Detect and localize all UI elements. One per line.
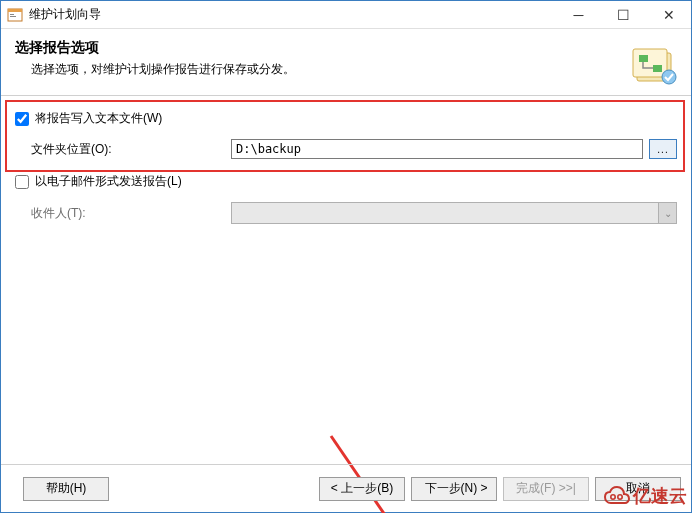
help-button[interactable]: 帮助(H): [23, 477, 109, 501]
finish-button: 完成(F) >>|: [503, 477, 589, 501]
titlebar: 维护计划向导 ─ ☐ ✕: [1, 1, 691, 29]
maximize-button[interactable]: ☐: [601, 1, 646, 29]
svg-rect-1: [8, 9, 22, 12]
window-controls: ─ ☐ ✕: [556, 1, 691, 29]
email-section: 以电子邮件形式发送报告(L) 收件人(T): ⌄: [1, 165, 691, 230]
svg-rect-7: [653, 65, 662, 72]
content-area: 将报告写入文本文件(W) 文件夹位置(O): ... 以电子邮件形式发送报告(L…: [1, 96, 691, 230]
recipient-label: 收件人(T):: [31, 205, 231, 222]
wizard-footer: 帮助(H) < 上一步(B) 下一步(N) > 完成(F) >>| 取消: [1, 464, 691, 512]
svg-point-8: [662, 70, 676, 84]
recipient-dropdown-button: ⌄: [659, 202, 677, 224]
wizard-window: 维护计划向导 ─ ☐ ✕ 选择报告选项 选择选项，对维护计划操作报告进行保存或分…: [0, 0, 692, 513]
svg-rect-6: [639, 55, 648, 62]
wizard-header: 选择报告选项 选择选项，对维护计划操作报告进行保存或分发。: [1, 29, 691, 96]
window-title: 维护计划向导: [29, 6, 556, 23]
back-button[interactable]: < 上一步(B): [319, 477, 405, 501]
svg-rect-5: [633, 49, 667, 77]
page-title: 选择报告选项: [15, 39, 629, 57]
email-report-label: 以电子邮件形式发送报告(L): [35, 173, 182, 190]
svg-rect-3: [10, 16, 16, 17]
page-description: 选择选项，对维护计划操作报告进行保存或分发。: [15, 61, 629, 78]
email-report-checkbox[interactable]: [15, 175, 29, 189]
minimize-button[interactable]: ─: [556, 1, 601, 29]
folder-location-input[interactable]: [231, 139, 643, 159]
next-button[interactable]: 下一步(N) >: [411, 477, 497, 501]
write-file-label: 将报告写入文本文件(W): [35, 110, 162, 127]
chevron-down-icon: ⌄: [664, 208, 672, 219]
app-icon: [7, 7, 23, 23]
write-file-section: 将报告写入文本文件(W) 文件夹位置(O): ...: [1, 96, 691, 165]
write-file-checkbox[interactable]: [15, 112, 29, 126]
browse-button[interactable]: ...: [649, 139, 677, 159]
recipient-input: [231, 202, 659, 224]
wizard-icon: [629, 39, 677, 87]
svg-rect-2: [10, 14, 14, 15]
close-button[interactable]: ✕: [646, 1, 691, 29]
cancel-button[interactable]: 取消: [595, 477, 681, 501]
folder-location-label: 文件夹位置(O):: [31, 141, 231, 158]
